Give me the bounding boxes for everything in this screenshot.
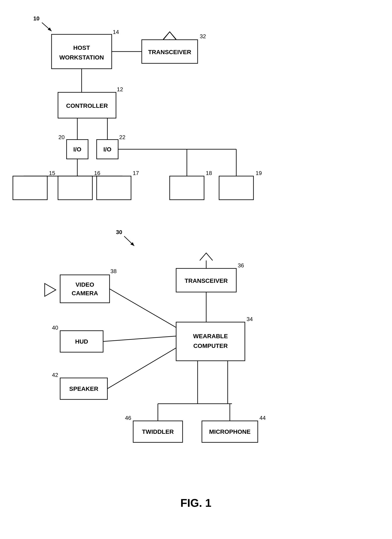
ref-34: 34 xyxy=(247,316,253,322)
svg-line-23 xyxy=(103,336,176,342)
ref-20: 20 xyxy=(58,134,65,140)
ref-17: 17 xyxy=(133,170,139,176)
ref-32: 32 xyxy=(200,33,206,39)
hud-label: HUD xyxy=(75,338,88,345)
transceiver-bottom-label: TRANSCEIVER xyxy=(185,277,228,284)
ref-19: 19 xyxy=(256,170,262,176)
ref-12: 12 xyxy=(117,86,123,92)
svg-line-24 xyxy=(107,348,176,389)
ref-38: 38 xyxy=(110,268,117,274)
speaker-label: SPEAKER xyxy=(69,385,98,392)
box16 xyxy=(58,176,92,200)
svg-line-22 xyxy=(110,289,176,327)
host-workstation-box xyxy=(52,34,112,69)
microphone-label: MICROPHONE xyxy=(209,428,251,435)
svg-marker-19 xyxy=(45,284,56,296)
box15 xyxy=(13,176,47,200)
io-right-label: I/O xyxy=(103,146,111,153)
ref-14: 14 xyxy=(113,29,119,35)
ref-18: 18 xyxy=(206,170,212,176)
ref-16: 16 xyxy=(94,170,100,176)
fig-label: FIG. 1 xyxy=(180,497,211,509)
host-workstation-label2: WORKSTATION xyxy=(59,54,104,61)
ref-22: 22 xyxy=(119,134,126,140)
wearable-computer-label2: COMPUTER xyxy=(193,342,228,349)
video-camera-box xyxy=(60,275,110,303)
video-camera-label1: VIDEO xyxy=(75,281,94,288)
wearable-computer-box xyxy=(176,322,245,361)
ref-10: 10 xyxy=(33,15,39,22)
twiddler-label: TWIDDLER xyxy=(142,428,174,435)
ref-15: 15 xyxy=(49,170,55,176)
ref-30: 30 xyxy=(116,229,122,235)
diagram-container: 10 HOST WORKSTATION 14 TRANSCEIVER 32 CO… xyxy=(0,0,392,539)
ref-40: 40 xyxy=(52,324,58,331)
transceiver-top-label: TRANSCEIVER xyxy=(148,49,191,55)
io-left-label: I/O xyxy=(73,146,81,153)
ref-36: 36 xyxy=(238,262,244,269)
wearable-computer-label1: WEARABLE xyxy=(193,333,228,340)
host-workstation-label: HOST xyxy=(73,44,90,51)
controller-label: CONTROLLER xyxy=(66,102,108,109)
video-camera-label2: CAMERA xyxy=(72,290,98,297)
ref-46: 46 xyxy=(125,415,131,421)
box19 xyxy=(219,176,253,200)
ref-44: 44 xyxy=(260,415,266,421)
ref-42: 42 xyxy=(52,372,58,378)
box18 xyxy=(170,176,204,200)
box17 xyxy=(97,176,131,200)
